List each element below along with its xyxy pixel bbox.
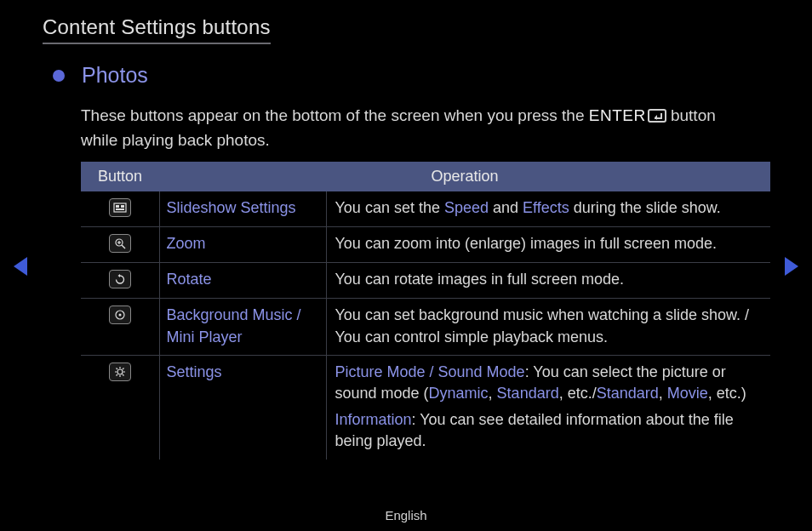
svg-point-10 <box>118 314 121 317</box>
button-icon-cell <box>81 355 159 459</box>
svg-line-16 <box>116 368 117 369</box>
slideshow-settings-icon <box>109 198 131 217</box>
button-icon-cell <box>81 191 159 227</box>
buttons-table: Button Operation Slideshow Settings You … <box>81 162 770 460</box>
op-text: , <box>659 385 667 402</box>
svg-line-18 <box>123 368 124 369</box>
op-highlight: Movie <box>667 385 708 402</box>
th-button: Button <box>81 162 159 191</box>
prev-page-arrow[interactable] <box>14 257 27 276</box>
op-highlight: Picture Mode / Sound Mode <box>335 363 525 380</box>
button-operation: You can zoom into (enlarge) images in fu… <box>326 227 770 263</box>
op-highlight: Dynamic <box>429 385 489 402</box>
table-row: Slideshow Settings You can set the Speed… <box>81 191 770 227</box>
table-row: Rotate You can rotate images in full scr… <box>81 263 770 299</box>
button-name: Zoom <box>159 227 326 263</box>
music-icon <box>109 305 131 324</box>
table-row: Zoom You can zoom into (enlarge) images … <box>81 227 770 263</box>
table-row: Background Music / Mini Player You can s… <box>81 299 770 355</box>
op-highlight: Effects <box>523 199 569 216</box>
footer-language: English <box>0 508 812 522</box>
op-text: , etc.) <box>708 385 746 402</box>
zoom-icon <box>109 234 131 253</box>
op-text: and <box>489 199 523 216</box>
button-operation: You can set background music when watchi… <box>326 299 770 355</box>
th-operation: Operation <box>159 162 770 191</box>
button-operation: You can rotate images in full screen mod… <box>326 263 770 299</box>
settings-icon <box>109 363 131 381</box>
next-page-arrow[interactable] <box>785 257 798 276</box>
op-text: during the slide show. <box>569 199 721 216</box>
op-highlight: Speed <box>444 199 489 216</box>
svg-line-17 <box>123 374 124 376</box>
button-operation: Picture Mode / Sound Mode: You can selec… <box>326 355 770 459</box>
enter-label: ENTER <box>589 106 646 124</box>
rotate-icon <box>109 270 131 288</box>
svg-point-11 <box>117 369 123 374</box>
bullet-icon <box>53 70 65 82</box>
button-name: Rotate <box>159 263 326 299</box>
button-name: Settings <box>159 355 326 459</box>
op-text: You can set the <box>335 199 444 216</box>
button-icon-cell <box>81 227 159 263</box>
op-text: , <box>489 385 497 402</box>
svg-line-5 <box>122 245 125 248</box>
page-title: Content Settings buttons <box>43 15 271 44</box>
intro-text: These buttons appear on the bottom of th… <box>81 103 744 153</box>
op-highlight: Standard <box>597 385 659 402</box>
svg-marker-8 <box>117 274 120 277</box>
button-name: Background Music / Mini Player <box>159 299 326 355</box>
button-icon-cell <box>81 299 159 355</box>
section-title: Photos <box>82 63 148 88</box>
op-highlight: Information <box>335 411 412 428</box>
svg-rect-3 <box>116 208 124 210</box>
svg-rect-1 <box>116 205 119 208</box>
button-operation: You can set the Speed and Effects during… <box>326 191 770 227</box>
section-header: Photos <box>53 63 769 88</box>
button-name: Slideshow Settings <box>159 191 326 227</box>
svg-rect-2 <box>121 205 124 208</box>
button-icon-cell <box>81 263 159 299</box>
intro-part1: These buttons appear on the bottom of th… <box>81 106 589 124</box>
table-row: Settings Picture Mode / Sound Mode: You … <box>81 355 770 459</box>
op-highlight: Standard <box>497 385 559 402</box>
op-text: , etc./ <box>559 385 597 402</box>
svg-line-19 <box>116 374 117 376</box>
enter-icon <box>648 109 666 123</box>
